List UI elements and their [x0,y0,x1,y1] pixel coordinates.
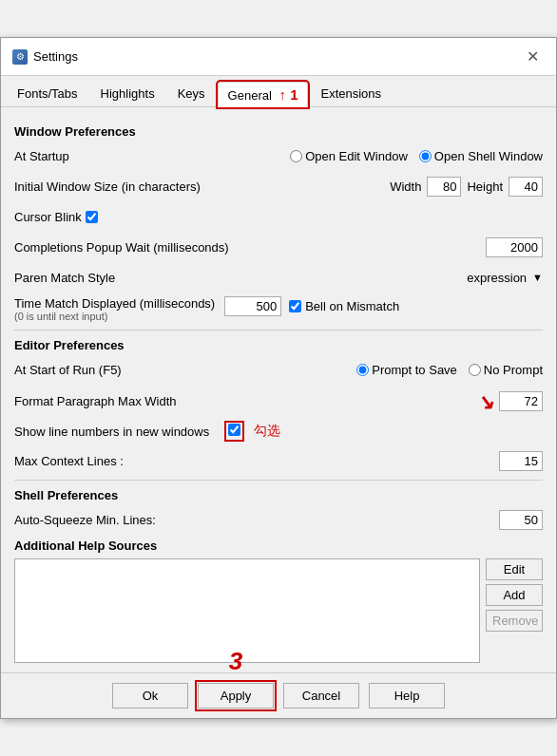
help-sources-container: Edit Add Remove [14,558,543,663]
initial-window-size-row: Initial Window Size (in characters) Widt… [14,175,543,198]
completions-popup-row: Completions Popup Wait (milliseconds) [14,236,543,258]
auto-squeeze-label: Auto-Squeeze Min. Lines: [14,513,156,527]
additional-help-section: Additional Help Sources Edit Add Remove [14,539,543,663]
format-paragraph-input[interactable] [499,391,543,411]
paren-match-label: Paren Match Style [14,271,115,285]
show-line-numbers-row: Show line numbers in new windows 勾选 [14,421,543,442]
open-edit-label: Open Edit Window [305,149,408,163]
window-title: Settings [33,49,78,64]
width-label: Width [390,180,421,194]
checkbox-annotation-box [224,421,244,442]
open-edit-radio[interactable] [290,150,302,162]
tab-highlights[interactable]: Highlights [90,82,165,106]
help-add-button[interactable]: Add [486,584,543,606]
ok-button[interactable]: Ok [112,683,188,709]
show-line-numbers-label: Show line numbers in new windows [14,425,209,439]
time-match-input[interactable] [224,296,281,316]
completions-label: Completions Popup Wait (milliseconds) [14,240,229,255]
auto-squeeze-input-wrap [499,510,543,530]
at-start-of-run-label: At Start of Run (F5) [14,363,122,377]
prompt-to-save-radio[interactable] [356,364,369,376]
tabs-bar: Fonts/Tabs Highlights Keys General ↑ 1 E… [1,76,556,107]
bell-on-mismatch-label: Bell on Mismatch [305,299,399,313]
at-start-of-run-options: Prompt to Save No Prompt [356,363,543,377]
time-match-right: Bell on Mismatch [224,296,399,316]
shell-prefs-title: Shell Preferences [14,488,543,502]
at-start-of-run-row: At Start of Run (F5) Prompt to Save No P… [14,358,543,381]
auto-squeeze-row: Auto-Squeeze Min. Lines: [14,508,543,531]
bottom-bar: Ok 3 Apply Cancel Help [1,672,556,718]
open-edit-window-option[interactable]: Open Edit Window [290,149,408,163]
dropdown-arrow-icon: ▼ [532,272,543,283]
help-remove-button[interactable]: Remove [486,610,543,632]
max-context-lines-label: Max Context Lines : [14,454,124,468]
tab-general[interactable]: General ↑ 1 [218,82,309,107]
no-prompt-radio[interactable] [469,364,481,376]
format-paragraph-input-wrap: ↘ [476,388,543,413]
settings-icon: ⚙ [12,49,28,65]
open-shell-window-option[interactable]: Open Shell Window [419,149,543,163]
auto-squeeze-input[interactable] [499,510,543,530]
help-button[interactable]: Help [369,683,445,709]
time-match-sub-label: (0 is until next input) [14,311,215,322]
time-match-row: Time Match Displayed (milliseconds) (0 i… [14,296,543,322]
format-paragraph-row: Format Paragraph Max Width ↘ [14,388,543,413]
bell-on-mismatch-checkbox[interactable] [289,300,301,312]
paren-match-value: expression [467,271,527,285]
window-size-inputs: Width Height [390,177,543,197]
annotation-1: ↑ 1 [278,86,298,103]
separator-2 [14,480,543,481]
tab-fonts-tabs[interactable]: Fonts/Tabs [7,82,88,106]
prompt-to-save-option[interactable]: Prompt to Save [356,363,457,377]
title-bar-left: ⚙ Settings [12,49,78,65]
format-paragraph-label: Format Paragraph Max Width [14,394,177,408]
time-match-label-block: Time Match Displayed (milliseconds) (0 i… [14,296,215,322]
no-prompt-option[interactable]: No Prompt [469,363,543,377]
tab-extensions[interactable]: Extensions [310,82,392,106]
annotation-2-arrow: ↘ [476,390,493,415]
annotation-chinese-text: 勾选 [254,423,280,440]
time-match-main-label: Time Match Displayed (milliseconds) [14,296,215,311]
show-line-numbers-control: 勾选 [222,421,280,442]
settings-window: ⚙ Settings ✕ Fonts/Tabs Highlights Keys … [0,37,557,719]
show-line-numbers-checkbox[interactable] [228,424,240,436]
cursor-blink-checkbox[interactable] [86,211,98,223]
at-startup-label: At Startup [14,149,69,163]
additional-help-title: Additional Help Sources [14,539,543,553]
annotation-3: 3 [229,647,242,676]
cancel-button[interactable]: Cancel [283,683,359,709]
max-context-lines-input-wrap [499,451,543,471]
max-context-lines-row: Max Context Lines : [14,449,543,472]
apply-button-wrap: 3 Apply [198,683,274,709]
cursor-blink-label: Cursor Blink [14,210,82,224]
help-sources-listbox[interactable] [14,558,480,663]
cursor-blink-option[interactable]: Cursor Blink [14,210,98,224]
tab-keys[interactable]: Keys [167,82,216,106]
at-startup-options: Open Edit Window Open Shell Window [290,149,543,163]
prompt-to-save-label: Prompt to Save [372,363,457,377]
close-button[interactable]: ✕ [521,46,545,67]
window-prefs-title: Window Preferences [14,124,543,139]
open-shell-label: Open Shell Window [434,149,543,163]
help-action-buttons: Edit Add Remove [486,558,543,663]
apply-button[interactable]: Apply [198,683,274,709]
title-bar: ⚙ Settings ✕ [1,38,556,76]
max-context-lines-input[interactable] [499,451,543,471]
help-edit-button[interactable]: Edit [486,558,543,580]
content-area: Window Preferences At Startup Open Edit … [1,107,556,672]
completions-input-wrap [486,237,543,257]
paren-match-dropdown[interactable]: expression ▼ [467,271,543,285]
separator-1 [14,330,543,331]
height-label: Height [467,180,503,194]
open-shell-radio[interactable] [419,150,432,162]
initial-window-size-label: Initial Window Size (in characters) [14,180,201,194]
paren-match-row: Paren Match Style expression ▼ [14,266,543,289]
cursor-blink-row: Cursor Blink [14,205,543,228]
bell-on-mismatch-option[interactable]: Bell on Mismatch [289,299,399,313]
at-startup-row: At Startup Open Edit Window Open Shell W… [14,144,543,167]
completions-input[interactable] [486,237,543,257]
height-input[interactable] [509,177,543,197]
editor-prefs-title: Editor Preferences [14,338,543,352]
width-input[interactable] [427,177,461,197]
no-prompt-label: No Prompt [484,363,543,377]
